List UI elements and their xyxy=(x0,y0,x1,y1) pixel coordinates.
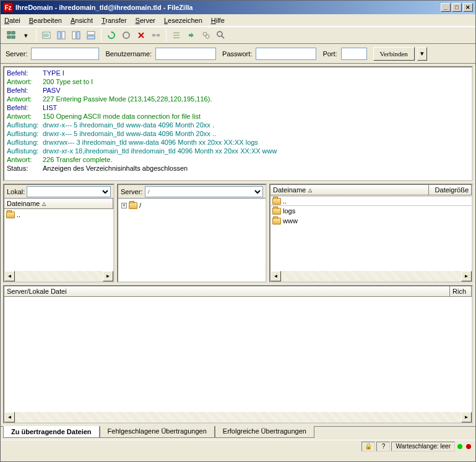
remote-path-dropdown[interactable]: / xyxy=(145,186,263,197)
server-label: Server: xyxy=(6,50,27,58)
benutzer-input[interactable] xyxy=(155,48,216,60)
filter-icon[interactable] xyxy=(199,28,213,42)
svg-rect-17 xyxy=(152,34,155,36)
sitemanager-icon[interactable] xyxy=(4,28,18,42)
tab-failed[interactable]: Fehlgeschlagene Übertragungen xyxy=(100,426,215,438)
local-path-dropdown[interactable] xyxy=(27,186,111,197)
svg-rect-0 xyxy=(7,32,11,34)
list-item[interactable]: .. xyxy=(5,210,113,220)
svg-rect-11 xyxy=(77,32,80,39)
remote-tree[interactable]: + / xyxy=(118,199,266,281)
message-log[interactable]: Befehl:TYPE IAntwort:200 Type set to IBe… xyxy=(3,66,473,181)
log-line: Befehl:TYPE I xyxy=(7,69,469,77)
activity-led-green xyxy=(457,444,462,449)
tree-expand-icon[interactable]: + xyxy=(121,203,127,208)
folder-icon xyxy=(272,198,281,205)
queue-scroll-h[interactable]: ◄► xyxy=(4,412,472,422)
log-line: Auflistung:drwxr-x--- 5 ihredomain_tld w… xyxy=(7,121,469,129)
log-line: Antwort:200 Type set to I xyxy=(7,77,469,86)
tab-pending[interactable]: Zu übertragende Dateien xyxy=(3,426,100,438)
tab-success[interactable]: Erfolgreiche Übertragungen xyxy=(215,426,314,438)
local-label: Lokal: xyxy=(7,188,25,195)
tree-node[interactable]: + / xyxy=(119,200,265,210)
svg-rect-13 xyxy=(87,36,95,39)
menu-lesezeichen[interactable]: Lesezeichen xyxy=(164,17,202,24)
status-lock-icon: 🔒 xyxy=(361,442,375,451)
compare-icon[interactable] xyxy=(170,28,183,42)
remote-scroll-h[interactable]: ◄► xyxy=(270,271,472,281)
queue-col-rich[interactable]: Rich xyxy=(450,286,472,296)
port-input[interactable] xyxy=(341,48,367,60)
svg-rect-10 xyxy=(72,32,76,39)
verbinden-dropdown[interactable]: ▾ xyxy=(417,47,427,61)
cancel-icon[interactable] xyxy=(134,28,148,42)
local-file-list[interactable]: .. xyxy=(4,209,113,271)
toggle-queue-icon[interactable] xyxy=(84,28,98,42)
queue-list[interactable] xyxy=(4,297,472,412)
toggle-local-tree-icon[interactable] xyxy=(54,28,68,42)
svg-rect-8 xyxy=(58,32,61,39)
menu-datei[interactable]: Datei xyxy=(4,17,20,24)
log-line: Auflistung:drwxrwx--- 3 ihredomain_tld w… xyxy=(7,138,469,147)
passwort-input[interactable] xyxy=(256,48,316,60)
menu-hilfe[interactable]: Hilfe xyxy=(211,17,225,24)
list-item[interactable]: .. xyxy=(271,196,471,206)
menu-server[interactable]: Server xyxy=(136,17,155,24)
sitemanager-dropdown-icon[interactable]: ▾ xyxy=(19,28,33,42)
svg-rect-3 xyxy=(12,36,15,38)
process-queue-icon[interactable] xyxy=(119,28,133,42)
log-line: Befehl:LIST xyxy=(7,103,469,112)
maximize-button[interactable]: □ xyxy=(452,3,462,12)
local-col-name[interactable]: Dateiname △ xyxy=(4,199,113,208)
remote-col-name[interactable]: Dateiname △ xyxy=(270,185,429,195)
folder-icon xyxy=(272,208,281,215)
menu-bearbeiten[interactable]: Bearbeiten xyxy=(29,17,62,24)
benutzer-label: Benutzername: xyxy=(105,50,152,58)
sync-browse-icon[interactable] xyxy=(184,28,198,42)
folder-icon xyxy=(6,212,15,218)
queue-col-file[interactable]: Server/Lokale Datei xyxy=(4,286,450,296)
svg-rect-2 xyxy=(7,36,11,38)
svg-point-23 xyxy=(206,35,209,38)
log-line: Antwort:150 Opening ASCII mode data conn… xyxy=(7,112,469,121)
svg-point-24 xyxy=(217,32,222,36)
toolbar: ▾ xyxy=(1,27,475,44)
list-item[interactable]: logs xyxy=(271,206,471,216)
log-line: Antwort:226 Transfer complete. xyxy=(7,155,469,164)
remote-list-panel: Dateiname △ Dateigröße .. logs www ◄► xyxy=(269,184,473,283)
remote-tree-panel: Server: / + / xyxy=(117,184,267,283)
remote-col-size[interactable]: Dateigröße xyxy=(429,185,472,195)
list-item[interactable]: www xyxy=(271,216,471,226)
log-line: Status:Anzeigen des Verzeichnisinhalts a… xyxy=(7,164,469,173)
remote-tree-label: Server: xyxy=(121,188,142,195)
remote-file-list[interactable]: .. logs www xyxy=(270,195,472,271)
app-icon: Fz xyxy=(3,2,13,12)
toggle-remote-tree-icon[interactable] xyxy=(69,28,83,42)
log-line: Antwort:227 Entering Passive Mode (213,1… xyxy=(7,95,469,103)
svg-rect-1 xyxy=(12,32,15,34)
folder-icon xyxy=(129,202,137,209)
toggle-log-icon[interactable] xyxy=(40,28,53,42)
minimize-button[interactable]: _ xyxy=(441,3,451,12)
folder-icon xyxy=(272,218,281,225)
close-button[interactable]: ✕ xyxy=(463,3,473,12)
server-input[interactable] xyxy=(31,48,99,60)
svg-line-25 xyxy=(222,36,224,38)
disconnect-icon[interactable] xyxy=(149,28,163,42)
window-title: IhreDomain - ihredomain_tld@ihredomain.t… xyxy=(15,4,439,11)
menu-ansicht[interactable]: Ansicht xyxy=(71,17,93,24)
local-scroll-h[interactable]: ◄► xyxy=(4,271,113,281)
queue-panel: Server/Lokale Datei Rich ◄► xyxy=(3,285,473,424)
status-help-icon: ? xyxy=(376,442,390,451)
passwort-label: Passwort: xyxy=(222,50,252,58)
refresh-icon[interactable] xyxy=(105,28,118,42)
verbinden-button[interactable]: Verbinden xyxy=(373,47,415,61)
log-line: Auflistung:drwxr-xr-x 18,ihredomain_tld … xyxy=(7,147,469,155)
svg-rect-12 xyxy=(87,32,95,35)
log-line: Befehl:PASV xyxy=(7,86,469,95)
menu-transfer[interactable]: Transfer xyxy=(102,17,127,24)
port-label: Port: xyxy=(322,50,337,58)
queue-status: Warteschlange: leer xyxy=(391,442,455,451)
search-icon[interactable] xyxy=(214,28,228,42)
svg-rect-18 xyxy=(157,34,160,36)
